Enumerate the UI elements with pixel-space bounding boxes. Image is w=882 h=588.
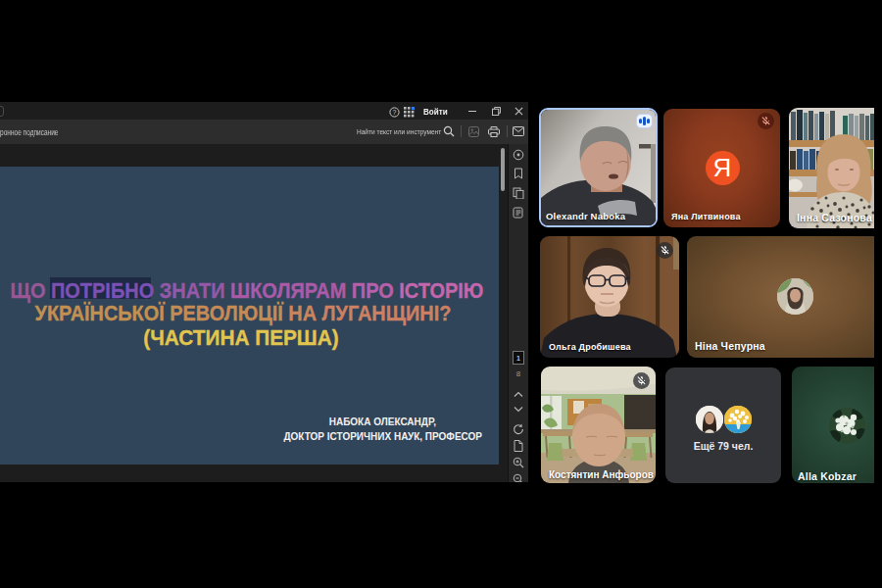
svg-text:?: ? — [393, 109, 397, 116]
